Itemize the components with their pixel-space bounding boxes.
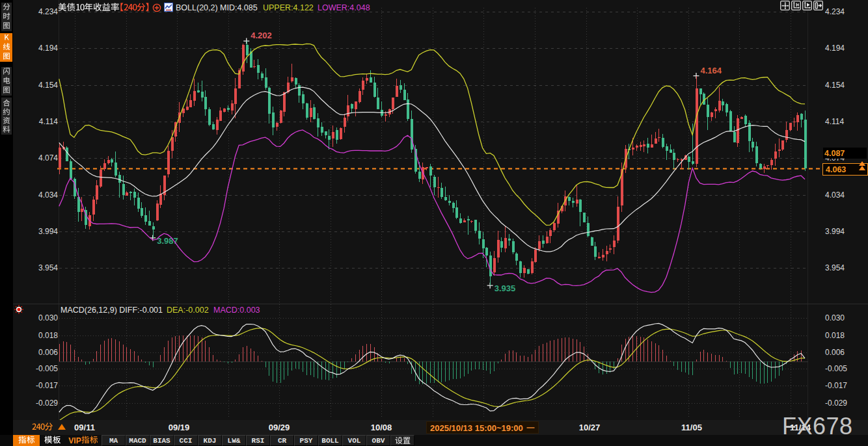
macd-tick-right: -0.017 (825, 381, 847, 390)
extreme-label-3.935: 3.935 (495, 283, 516, 293)
price-tick-right: 3.994 (825, 227, 845, 236)
timeframe-label (32, 422, 53, 432)
x-tick-09-11: 09/11 (74, 423, 95, 432)
x-tick-11-05: 11/05 (681, 423, 702, 432)
macd-tick-left: -0.029 (19, 399, 58, 408)
add-indicator-icon[interactable] (152, 3, 161, 15)
indicator-tab-CCI[interactable]: CCI (174, 435, 198, 446)
tabbar-corner (0, 435, 13, 446)
extreme-annotations: 4.2023.9873.9354.164 (150, 31, 722, 293)
price-tick-left: 4.074 (19, 153, 58, 163)
macd-tick-right: -0.005 (825, 364, 847, 373)
chart-period (120, 3, 150, 14)
scroll-up-icon[interactable] (859, 161, 865, 166)
macd-dea-label: DEA:-0.002 (167, 306, 209, 315)
candlesticks (59, 41, 807, 285)
indicator-chart-icon (164, 3, 173, 14)
sidebar-tab-2[interactable] (0, 33, 12, 62)
footer-tab-2[interactable] (40, 435, 65, 446)
move-icon[interactable] (780, 1, 790, 10)
sidebar-tab-4[interactable] (1, 98, 12, 135)
x-tick-09-19: 09/19 (169, 423, 190, 432)
indicator-tab-CR[interactable]: CR (270, 435, 294, 446)
x-tick-10-27: 10/27 (579, 423, 601, 432)
diff-line (59, 323, 805, 413)
boll-lower-label: LOWER:4.048 (318, 3, 370, 12)
chart-title (58, 3, 120, 14)
macd-macd-label: MACD:0.003 (213, 306, 260, 315)
sidebar (0, 0, 13, 435)
axis-compress-icon[interactable] (791, 1, 801, 10)
extreme-label-4.164: 4.164 (700, 66, 722, 75)
price-tick-left: 3.954 (19, 263, 58, 272)
price-tick-right: 4.114 (825, 117, 844, 126)
x-tick-10-08: 10/08 (371, 423, 392, 432)
price-tick-right: 4.154 (825, 81, 845, 90)
last-price-label: 4.087 (823, 148, 867, 159)
x-tick-09-29: 09/29 (269, 423, 290, 432)
footer-tab-3[interactable]: VIP (65, 435, 102, 446)
price-tick-right: 4.194 (825, 44, 845, 53)
macd-tick-right: 0.006 (825, 348, 845, 357)
extreme-label-4.202: 4.202 (251, 31, 272, 40)
indicator-tab-BIAS[interactable]: BIAS (150, 435, 174, 446)
boll-upper-label: UPPER:4.122 (263, 3, 314, 12)
sidebar-tab-1[interactable] (1, 3, 12, 31)
macd-tick-left: 0.018 (19, 331, 58, 340)
extreme-label-3.987: 3.987 (157, 236, 178, 246)
scroll-up-icon2[interactable] (859, 166, 865, 170)
bottom-tab-bar: VIPMAMACDBIASCCIKDJLW&RSICRPSYBOLLVOLOBV (0, 435, 868, 446)
timeframe-chip[interactable] (32, 422, 66, 432)
macd-panel (59, 323, 808, 421)
toolbar-icons (780, 1, 823, 10)
pan-right-icon[interactable] (813, 1, 823, 10)
indicator-tab-MA[interactable]: MA (102, 435, 126, 446)
triangle-up-icon (58, 424, 66, 430)
indicator-tab-RSI[interactable]: RSI (246, 435, 270, 446)
boll-mid-label: MID:4.085 (220, 3, 258, 12)
macd-tick-right: 0.018 (825, 331, 845, 340)
indicator-tab-settings[interactable] (390, 435, 414, 446)
price-tick-left: 4.114 (19, 117, 58, 126)
x-axis-row: 09/1109/1909/2910/0810/2711/0511/14 2025… (13, 420, 868, 435)
indicator-tab-BOLL[interactable]: BOLL (318, 435, 342, 446)
price-tick-right: 4.234 (825, 7, 845, 16)
macd-tick-left: 0.030 (19, 313, 58, 322)
trading-chart-window: 4.2023.9873.9354.164 BOLL(20,2)MID:4.085… (0, 0, 868, 446)
macd-name: MACD(26,12,9) DIFF:-0.001 (61, 306, 163, 315)
price-tick-left: 3.994 (19, 227, 58, 236)
macd-tick-left: -0.005 (19, 364, 58, 373)
indicator-tab-MACD[interactable]: MACD (126, 435, 150, 446)
macd-tick-right: 0.030 (825, 313, 845, 322)
macd-tick-left: -0.017 (19, 381, 58, 390)
indicator-tab-KDJ[interactable]: KDJ (198, 435, 222, 446)
price-tick-right: 3.954 (825, 263, 845, 272)
indicator-tab-VOL[interactable]: VOL (342, 435, 366, 446)
selected-period-label: 2025/10/13 15:00~19:00 (426, 421, 539, 434)
indicator-tab-OBV[interactable]: OBV (366, 435, 390, 446)
boll-upper-line (59, 44, 805, 225)
macd-tick-left: 0.006 (19, 348, 58, 357)
macd-tick-right: -0.029 (825, 399, 847, 408)
axis-play-icon[interactable] (802, 1, 812, 10)
footer-tab-1[interactable] (13, 435, 40, 446)
price-tick-left: 4.154 (19, 81, 58, 90)
price-tick-left: 4.234 (19, 7, 58, 16)
price-tick-left: 4.034 (19, 190, 58, 200)
indicator-tab-LW&[interactable]: LW& (222, 435, 246, 446)
price-tick-right: 4.034 (825, 190, 845, 200)
sidebar-tab-3[interactable] (1, 67, 12, 96)
boll-label: BOLL(20,2) (176, 3, 218, 12)
price-tick-left: 4.194 (19, 44, 58, 53)
chart-canvas[interactable]: 4.2023.9873.9354.164 (0, 0, 868, 446)
watermark: FX678 (782, 413, 853, 440)
indicator-tab-PSY[interactable]: PSY (294, 435, 318, 446)
